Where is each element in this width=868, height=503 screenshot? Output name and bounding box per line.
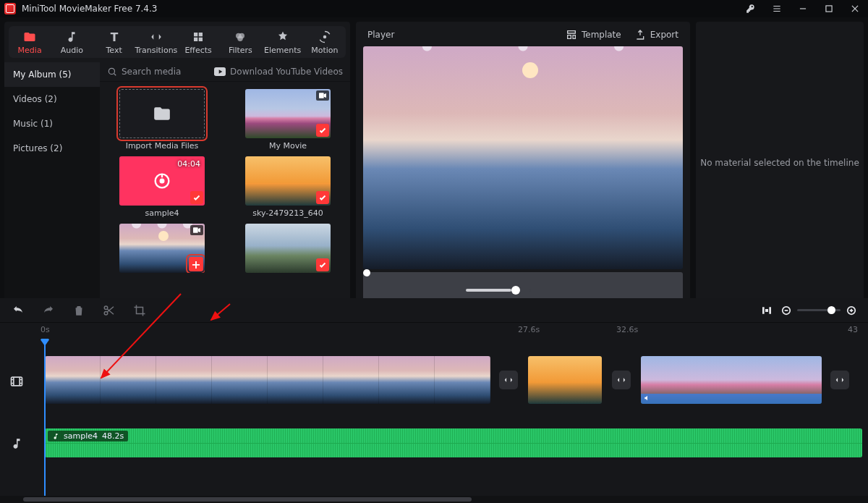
import-media-tile[interactable] xyxy=(119,89,205,138)
add-to-timeline-button[interactable]: + xyxy=(189,257,203,271)
transition-slot-button[interactable] xyxy=(830,371,849,389)
download-youtube-button[interactable]: Download YouTube Videos xyxy=(214,67,343,77)
media-library-panel: Media Audio Text Transitions Effects Fil… xyxy=(4,22,350,304)
player-panel: Player Template Export 00:00:00:00 / 00:… xyxy=(356,22,690,304)
search-input[interactable]: Search media xyxy=(107,67,208,77)
split-button[interactable] xyxy=(103,304,116,317)
folder-icon xyxy=(153,104,171,123)
youtube-icon xyxy=(214,67,226,76)
used-check-icon xyxy=(316,191,329,204)
undo-button[interactable] xyxy=(12,304,25,317)
transition-slot-button[interactable] xyxy=(499,371,518,389)
media-label-sample4: sample4 xyxy=(145,208,179,218)
used-check-icon xyxy=(316,124,329,137)
seek-bar[interactable] xyxy=(363,271,683,275)
svg-point-7 xyxy=(238,36,244,42)
search-placeholder: Search media xyxy=(122,67,181,77)
import-media-label: Import Media Files xyxy=(126,141,199,151)
timeline-audio-clip[interactable]: sample4 48.2s xyxy=(45,428,862,457)
timeline-clip-sunset[interactable] xyxy=(528,356,602,404)
main-toolbar: Media Audio Text Transitions Effects Fil… xyxy=(9,26,346,58)
media-label-sky: sky-2479213_640 xyxy=(252,208,323,218)
hamburger-menu-icon[interactable] xyxy=(767,0,787,17)
media-thumb-sample4[interactable]: 04:04 xyxy=(119,156,205,206)
svg-rect-21 xyxy=(12,377,22,386)
used-check-icon xyxy=(316,258,329,271)
volume-slider[interactable] xyxy=(466,289,531,292)
text-icon xyxy=(108,30,121,43)
ruler-mark: 43 xyxy=(848,325,858,334)
audio-track[interactable]: sample4 48.2s xyxy=(33,427,862,459)
timeline-clip-flowers[interactable] xyxy=(641,356,822,404)
tab-elements[interactable]: Elements xyxy=(262,26,304,58)
transition-slot-button[interactable] xyxy=(612,371,631,389)
media-duration: 04:04 xyxy=(177,159,200,169)
video-preview[interactable] xyxy=(363,46,683,269)
timeline-scrollbar[interactable] xyxy=(0,496,868,503)
template-icon xyxy=(566,29,577,41)
upgrade-key-icon[interactable] xyxy=(741,0,761,17)
search-icon xyxy=(107,67,117,77)
window-close-icon[interactable] xyxy=(845,0,865,17)
tab-filters[interactable]: Filters xyxy=(219,26,261,58)
window-minimize-icon[interactable] xyxy=(793,0,813,17)
svg-rect-1 xyxy=(194,33,197,36)
media-thumb-sky[interactable] xyxy=(245,156,331,206)
transition-icon xyxy=(150,30,163,43)
motion-icon xyxy=(318,30,331,43)
svg-rect-11 xyxy=(319,93,324,98)
media-thumb-mountains[interactable] xyxy=(245,224,331,273)
media-label-mymovie: My Movie xyxy=(269,141,307,151)
export-icon xyxy=(634,29,646,41)
sidebar-item-music[interactable]: Music (1) xyxy=(4,111,100,136)
svg-rect-0 xyxy=(826,6,832,12)
sidebar-item-pictures[interactable]: Pictures (2) xyxy=(4,136,100,161)
svg-point-8 xyxy=(323,35,327,39)
media-thumb-mymovie[interactable] xyxy=(245,89,331,138)
elements-icon xyxy=(276,30,289,43)
video-track[interactable] xyxy=(33,355,862,405)
add-track-button[interactable] xyxy=(7,339,26,342)
zoom-in-icon[interactable] xyxy=(846,305,856,316)
properties-panel: No material selected on the timeline xyxy=(696,22,864,304)
timeline-ruler[interactable]: 0s 27.6s 32.6s 43 xyxy=(0,323,868,339)
sidebar-item-myalbum[interactable]: My Album (5) xyxy=(4,62,100,87)
ruler-mark: 32.6s xyxy=(616,325,638,334)
music-note-icon xyxy=(65,30,78,43)
tab-effects[interactable]: Effects xyxy=(177,26,219,58)
svg-point-9 xyxy=(109,69,114,75)
media-thumb-ocean[interactable]: + xyxy=(119,224,205,273)
window-maximize-icon[interactable] xyxy=(819,0,839,17)
effects-icon xyxy=(192,30,205,43)
svg-rect-3 xyxy=(194,38,197,41)
speaker-icon xyxy=(644,394,651,402)
titlebar: MiniTool MovieMaker Free 7.4.3 xyxy=(0,0,868,17)
tab-text[interactable]: Text xyxy=(93,26,135,58)
audio-clip-label: sample4 48.2s xyxy=(48,431,128,441)
music-note-icon xyxy=(52,433,59,440)
media-grid: Import Media Files My Movie 04:04 xyxy=(100,82,350,280)
tab-motion[interactable]: Motion xyxy=(304,26,346,58)
svg-rect-4 xyxy=(199,38,203,41)
zoom-out-icon[interactable] xyxy=(781,305,791,316)
app-title: MiniTool MovieMaker Free 7.4.3 xyxy=(22,4,157,14)
timeline-clip-ocean[interactable] xyxy=(45,356,490,404)
crop-button[interactable] xyxy=(133,304,146,317)
ruler-mark: 0s xyxy=(41,325,50,334)
video-badge-icon xyxy=(190,225,203,235)
properties-empty-text: No material selected on the timeline xyxy=(696,22,864,304)
sidebar-item-videos[interactable]: Videos (2) xyxy=(4,87,100,111)
ruler-mark: 27.6s xyxy=(518,325,540,334)
video-track-icon xyxy=(7,372,26,391)
timeline-panel: 0s 27.6s 32.6s 43 xyxy=(0,298,868,503)
tab-audio[interactable]: Audio xyxy=(51,26,93,58)
tab-media[interactable]: Media xyxy=(9,26,51,58)
redo-button[interactable] xyxy=(42,304,55,317)
template-button[interactable]: Template xyxy=(566,29,621,41)
zoom-slider[interactable] xyxy=(781,305,856,316)
fit-timeline-icon[interactable] xyxy=(761,305,773,316)
export-button[interactable]: Export xyxy=(634,29,678,41)
delete-button[interactable] xyxy=(72,304,85,317)
tab-transitions[interactable]: Transitions xyxy=(135,26,177,58)
svg-point-13 xyxy=(161,179,164,183)
